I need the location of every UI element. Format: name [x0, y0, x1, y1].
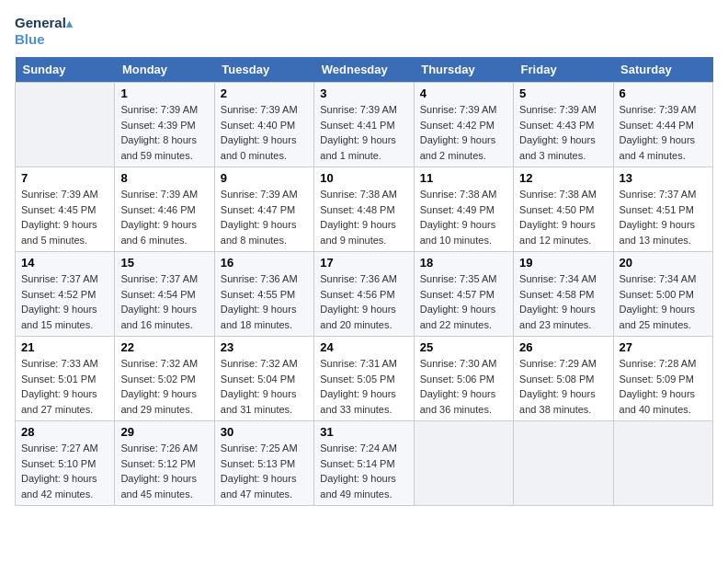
- calendar-cell: 10Sunrise: 7:38 AMSunset: 4:48 PMDayligh…: [314, 167, 414, 252]
- calendar-cell: 6Sunrise: 7:39 AMSunset: 4:44 PMDaylight…: [613, 83, 712, 167]
- calendar-cell: [613, 421, 712, 506]
- day-info: Sunrise: 7:38 AMSunset: 4:48 PMDaylight:…: [320, 187, 407, 247]
- calendar-cell: 15Sunrise: 7:37 AMSunset: 4:54 PMDayligh…: [115, 252, 214, 337]
- day-number: 22: [120, 340, 208, 354]
- calendar-cell: [16, 83, 115, 167]
- day-number: 14: [21, 256, 108, 270]
- calendar-cell: [414, 421, 513, 506]
- day-info: Sunrise: 7:39 AMSunset: 4:40 PMDaylight:…: [221, 102, 308, 163]
- day-number: 7: [21, 171, 108, 185]
- day-info: Sunrise: 7:34 AMSunset: 5:00 PMDaylight:…: [620, 271, 707, 332]
- day-info: Sunrise: 7:24 AMSunset: 5:14 PMDaylight:…: [320, 441, 407, 501]
- calendar-cell: 9Sunrise: 7:39 AMSunset: 4:47 PMDaylight…: [214, 167, 313, 252]
- calendar-cell: 13Sunrise: 7:37 AMSunset: 4:51 PMDayligh…: [613, 167, 712, 252]
- day-number: 8: [120, 171, 208, 185]
- calendar-cell: 25Sunrise: 7:30 AMSunset: 5:06 PMDayligh…: [414, 337, 513, 421]
- day-info: Sunrise: 7:33 AMSunset: 5:01 PMDaylight:…: [21, 356, 108, 417]
- day-info: Sunrise: 7:38 AMSunset: 4:49 PMDaylight:…: [420, 187, 507, 247]
- calendar-cell: 31Sunrise: 7:24 AMSunset: 5:14 PMDayligh…: [314, 421, 414, 506]
- day-number: 28: [21, 425, 108, 439]
- day-number: 30: [221, 425, 308, 439]
- calendar-cell: 19Sunrise: 7:34 AMSunset: 4:58 PMDayligh…: [514, 252, 613, 337]
- week-row-1: 1Sunrise: 7:39 AMSunset: 4:39 PMDaylight…: [16, 83, 713, 167]
- week-row-4: 21Sunrise: 7:33 AMSunset: 5:01 PMDayligh…: [16, 337, 713, 421]
- day-number: 3: [320, 86, 407, 100]
- day-number: 16: [221, 256, 308, 270]
- day-info: Sunrise: 7:35 AMSunset: 4:57 PMDaylight:…: [420, 271, 507, 332]
- calendar-cell: 7Sunrise: 7:39 AMSunset: 4:45 PMDaylight…: [16, 167, 115, 252]
- calendar-cell: 11Sunrise: 7:38 AMSunset: 4:49 PMDayligh…: [414, 167, 513, 252]
- day-number: 4: [420, 86, 507, 100]
- day-number: 15: [120, 256, 208, 270]
- calendar-cell: 3Sunrise: 7:39 AMSunset: 4:41 PMDaylight…: [314, 83, 414, 167]
- day-info: Sunrise: 7:39 AMSunset: 4:45 PMDaylight:…: [21, 187, 108, 247]
- calendar-cell: 22Sunrise: 7:32 AMSunset: 5:02 PMDayligh…: [115, 337, 214, 421]
- calendar-cell: 27Sunrise: 7:28 AMSunset: 5:09 PMDayligh…: [613, 337, 712, 421]
- day-info: Sunrise: 7:39 AMSunset: 4:42 PMDaylight:…: [420, 102, 507, 163]
- day-number: 29: [120, 425, 208, 439]
- day-info: Sunrise: 7:29 AMSunset: 5:08 PMDaylight:…: [519, 356, 607, 417]
- header: General▴ Blue: [15, 15, 713, 48]
- weekday-header-wednesday: Wednesday: [314, 57, 414, 83]
- calendar-cell: 12Sunrise: 7:38 AMSunset: 4:50 PMDayligh…: [514, 167, 613, 252]
- calendar-cell: 5Sunrise: 7:39 AMSunset: 4:43 PMDaylight…: [514, 83, 613, 167]
- calendar-cell: 8Sunrise: 7:39 AMSunset: 4:46 PMDaylight…: [115, 167, 214, 252]
- calendar-cell: [514, 421, 613, 506]
- day-number: 2: [221, 86, 308, 100]
- day-number: 24: [320, 340, 407, 354]
- weekday-header-friday: Friday: [514, 57, 613, 83]
- calendar-cell: 16Sunrise: 7:36 AMSunset: 4:55 PMDayligh…: [214, 252, 313, 337]
- calendar-cell: 17Sunrise: 7:36 AMSunset: 4:56 PMDayligh…: [314, 252, 414, 337]
- day-number: 27: [620, 340, 707, 354]
- calendar-cell: 20Sunrise: 7:34 AMSunset: 5:00 PMDayligh…: [613, 252, 712, 337]
- day-number: 17: [320, 256, 407, 270]
- week-row-3: 14Sunrise: 7:37 AMSunset: 4:52 PMDayligh…: [16, 252, 713, 337]
- day-info: Sunrise: 7:32 AMSunset: 5:02 PMDaylight:…: [120, 356, 208, 417]
- day-number: 19: [519, 256, 607, 270]
- day-number: 1: [120, 86, 208, 100]
- day-number: 6: [620, 86, 707, 100]
- calendar-cell: 14Sunrise: 7:37 AMSunset: 4:52 PMDayligh…: [16, 252, 115, 337]
- day-info: Sunrise: 7:37 AMSunset: 4:52 PMDaylight:…: [21, 271, 108, 332]
- weekday-header-tuesday: Tuesday: [214, 57, 313, 83]
- day-number: 10: [320, 171, 407, 185]
- day-info: Sunrise: 7:26 AMSunset: 5:12 PMDaylight:…: [120, 441, 208, 501]
- calendar-cell: 26Sunrise: 7:29 AMSunset: 5:08 PMDayligh…: [514, 337, 613, 421]
- day-info: Sunrise: 7:39 AMSunset: 4:46 PMDaylight:…: [120, 187, 208, 247]
- day-number: 18: [420, 256, 507, 270]
- weekday-header-row: SundayMondayTuesdayWednesdayThursdayFrid…: [16, 57, 713, 83]
- day-info: Sunrise: 7:39 AMSunset: 4:41 PMDaylight:…: [320, 102, 407, 163]
- day-info: Sunrise: 7:37 AMSunset: 4:51 PMDaylight:…: [620, 187, 707, 247]
- calendar-cell: 28Sunrise: 7:27 AMSunset: 5:10 PMDayligh…: [16, 421, 115, 506]
- day-info: Sunrise: 7:30 AMSunset: 5:06 PMDaylight:…: [420, 356, 507, 417]
- day-info: Sunrise: 7:39 AMSunset: 4:47 PMDaylight:…: [221, 187, 308, 247]
- day-number: 12: [519, 171, 607, 185]
- day-number: 23: [221, 340, 308, 354]
- day-number: 20: [620, 256, 707, 270]
- calendar-cell: 29Sunrise: 7:26 AMSunset: 5:12 PMDayligh…: [115, 421, 214, 506]
- calendar-cell: 23Sunrise: 7:32 AMSunset: 5:04 PMDayligh…: [214, 337, 313, 421]
- day-info: Sunrise: 7:28 AMSunset: 5:09 PMDaylight:…: [620, 356, 707, 417]
- day-info: Sunrise: 7:37 AMSunset: 4:54 PMDaylight:…: [120, 271, 208, 332]
- day-number: 9: [221, 171, 308, 185]
- calendar-cell: 24Sunrise: 7:31 AMSunset: 5:05 PMDayligh…: [314, 337, 414, 421]
- week-row-2: 7Sunrise: 7:39 AMSunset: 4:45 PMDaylight…: [16, 167, 713, 252]
- week-row-5: 28Sunrise: 7:27 AMSunset: 5:10 PMDayligh…: [16, 421, 713, 506]
- day-info: Sunrise: 7:36 AMSunset: 4:56 PMDaylight:…: [320, 271, 407, 332]
- day-number: 5: [519, 86, 607, 100]
- weekday-header-monday: Monday: [115, 57, 214, 83]
- day-number: 11: [420, 171, 507, 185]
- day-info: Sunrise: 7:39 AMSunset: 4:39 PMDaylight:…: [120, 102, 208, 163]
- day-info: Sunrise: 7:39 AMSunset: 4:44 PMDaylight:…: [620, 102, 707, 163]
- day-info: Sunrise: 7:27 AMSunset: 5:10 PMDaylight:…: [21, 441, 108, 501]
- calendar-cell: 4Sunrise: 7:39 AMSunset: 4:42 PMDaylight…: [414, 83, 513, 167]
- calendar-cell: 2Sunrise: 7:39 AMSunset: 4:40 PMDaylight…: [214, 83, 313, 167]
- weekday-header-saturday: Saturday: [613, 57, 712, 83]
- day-info: Sunrise: 7:34 AMSunset: 4:58 PMDaylight:…: [519, 271, 607, 332]
- day-info: Sunrise: 7:32 AMSunset: 5:04 PMDaylight:…: [221, 356, 308, 417]
- calendar-cell: 30Sunrise: 7:25 AMSunset: 5:13 PMDayligh…: [214, 421, 313, 506]
- weekday-header-thursday: Thursday: [414, 57, 513, 83]
- day-number: 21: [21, 340, 108, 354]
- day-number: 26: [519, 340, 607, 354]
- day-number: 31: [320, 425, 407, 439]
